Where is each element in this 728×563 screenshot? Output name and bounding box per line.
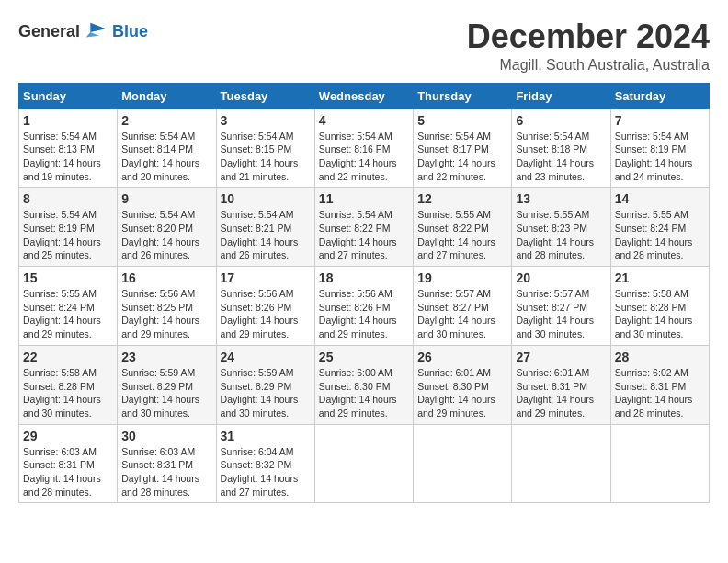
svg-marker-1 bbox=[86, 32, 99, 38]
calendar-cell: 19 Sunrise: 5:57 AMSunset: 8:27 PMDaylig… bbox=[414, 267, 512, 346]
day-number: 17 bbox=[221, 270, 311, 285]
day-detail: Sunrise: 5:59 AMSunset: 8:29 PMDaylight:… bbox=[221, 367, 299, 419]
calendar-cell: 23 Sunrise: 5:59 AMSunset: 8:29 PMDaylig… bbox=[118, 345, 216, 424]
day-number: 4 bbox=[319, 113, 409, 128]
calendar-subtitle: Magill, South Australia, Australia bbox=[467, 57, 710, 74]
day-detail: Sunrise: 5:59 AMSunset: 8:29 PMDaylight:… bbox=[121, 367, 199, 419]
calendar-cell: 24 Sunrise: 5:59 AMSunset: 8:29 PMDaylig… bbox=[216, 345, 314, 424]
day-detail: Sunrise: 5:55 AMSunset: 8:24 PMDaylight:… bbox=[23, 288, 101, 339]
day-detail: Sunrise: 5:54 AMSunset: 8:19 PMDaylight:… bbox=[615, 131, 693, 182]
calendar-cell: 14 Sunrise: 5:55 AMSunset: 8:24 PMDaylig… bbox=[610, 188, 709, 267]
day-number: 30 bbox=[121, 429, 211, 443]
day-number: 29 bbox=[23, 429, 113, 443]
day-detail: Sunrise: 5:56 AMSunset: 8:25 PMDaylight:… bbox=[121, 288, 199, 339]
calendar-cell: 21 Sunrise: 5:58 AMSunset: 8:28 PMDaylig… bbox=[610, 267, 709, 346]
day-number: 7 bbox=[615, 113, 705, 128]
day-detail: Sunrise: 5:54 AMSunset: 8:19 PMDaylight:… bbox=[23, 209, 101, 260]
calendar-cell: 29 Sunrise: 6:03 AMSunset: 8:31 PMDaylig… bbox=[19, 424, 118, 503]
day-number: 26 bbox=[417, 350, 507, 364]
calendar-cell bbox=[512, 424, 610, 503]
col-tuesday: Tuesday bbox=[216, 83, 314, 109]
page-header: General Blue December 2024 Magill, South… bbox=[18, 18, 710, 74]
day-detail: Sunrise: 6:03 AMSunset: 8:31 PMDaylight:… bbox=[121, 446, 199, 498]
calendar-table: Sunday Monday Tuesday Wednesday Thursday… bbox=[18, 83, 710, 504]
calendar-cell: 8 Sunrise: 5:54 AMSunset: 8:19 PMDayligh… bbox=[19, 188, 118, 267]
day-number: 22 bbox=[23, 350, 113, 364]
logo: General Blue bbox=[18, 18, 148, 44]
day-number: 18 bbox=[319, 270, 409, 285]
calendar-cell: 1 Sunrise: 5:54 AMSunset: 8:13 PMDayligh… bbox=[19, 109, 118, 188]
calendar-cell: 16 Sunrise: 5:56 AMSunset: 8:25 PMDaylig… bbox=[118, 267, 216, 346]
logo-bird-icon bbox=[82, 18, 108, 44]
logo-blue: Blue bbox=[108, 22, 148, 41]
day-number: 15 bbox=[23, 270, 113, 285]
day-number: 21 bbox=[615, 270, 705, 285]
calendar-cell: 3 Sunrise: 5:54 AMSunset: 8:15 PMDayligh… bbox=[216, 109, 314, 188]
day-number: 27 bbox=[516, 350, 606, 364]
day-detail: Sunrise: 5:54 AMSunset: 8:20 PMDaylight:… bbox=[121, 209, 199, 260]
calendar-cell: 10 Sunrise: 5:54 AMSunset: 8:21 PMDaylig… bbox=[216, 188, 314, 267]
day-number: 2 bbox=[121, 113, 211, 128]
day-number: 20 bbox=[516, 270, 606, 285]
calendar-cell: 9 Sunrise: 5:54 AMSunset: 8:20 PMDayligh… bbox=[118, 188, 216, 267]
col-friday: Friday bbox=[512, 83, 610, 109]
day-detail: Sunrise: 5:56 AMSunset: 8:26 PMDaylight:… bbox=[221, 288, 299, 339]
calendar-cell: 25 Sunrise: 6:00 AMSunset: 8:30 PMDaylig… bbox=[314, 345, 413, 424]
day-number: 12 bbox=[417, 191, 507, 206]
calendar-cell: 15 Sunrise: 5:55 AMSunset: 8:24 PMDaylig… bbox=[19, 267, 118, 346]
calendar-cell: 2 Sunrise: 5:54 AMSunset: 8:14 PMDayligh… bbox=[118, 109, 216, 188]
day-detail: Sunrise: 5:54 AMSunset: 8:13 PMDaylight:… bbox=[23, 131, 101, 182]
day-number: 1 bbox=[23, 113, 113, 128]
calendar-cell: 20 Sunrise: 5:57 AMSunset: 8:27 PMDaylig… bbox=[512, 267, 610, 346]
day-number: 14 bbox=[615, 191, 705, 206]
day-detail: Sunrise: 6:01 AMSunset: 8:31 PMDaylight:… bbox=[516, 367, 594, 419]
calendar-cell: 27 Sunrise: 6:01 AMSunset: 8:31 PMDaylig… bbox=[512, 345, 610, 424]
day-number: 13 bbox=[516, 191, 606, 206]
calendar-cell bbox=[414, 424, 512, 503]
day-detail: Sunrise: 5:54 AMSunset: 8:14 PMDaylight:… bbox=[121, 131, 199, 182]
calendar-cell: 11 Sunrise: 5:54 AMSunset: 8:22 PMDaylig… bbox=[314, 188, 413, 267]
day-number: 8 bbox=[23, 191, 113, 206]
col-monday: Monday bbox=[118, 83, 216, 109]
day-detail: Sunrise: 6:00 AMSunset: 8:30 PMDaylight:… bbox=[319, 367, 397, 419]
day-number: 6 bbox=[516, 113, 606, 128]
calendar-cell: 30 Sunrise: 6:03 AMSunset: 8:31 PMDaylig… bbox=[118, 424, 216, 503]
logo-general: General bbox=[18, 22, 80, 41]
calendar-cell: 4 Sunrise: 5:54 AMSunset: 8:16 PMDayligh… bbox=[314, 109, 413, 188]
day-detail: Sunrise: 5:55 AMSunset: 8:22 PMDaylight:… bbox=[417, 209, 495, 260]
calendar-cell: 17 Sunrise: 5:56 AMSunset: 8:26 PMDaylig… bbox=[216, 267, 314, 346]
day-number: 25 bbox=[319, 350, 409, 364]
day-detail: Sunrise: 5:54 AMSunset: 8:15 PMDaylight:… bbox=[221, 131, 299, 182]
calendar-cell: 26 Sunrise: 6:01 AMSunset: 8:30 PMDaylig… bbox=[414, 345, 512, 424]
day-detail: Sunrise: 5:54 AMSunset: 8:21 PMDaylight:… bbox=[221, 209, 299, 260]
day-number: 9 bbox=[121, 191, 211, 206]
day-detail: Sunrise: 6:04 AMSunset: 8:32 PMDaylight:… bbox=[221, 446, 299, 498]
day-number: 28 bbox=[615, 350, 705, 364]
calendar-cell: 18 Sunrise: 5:56 AMSunset: 8:26 PMDaylig… bbox=[314, 267, 413, 346]
calendar-cell bbox=[314, 424, 413, 503]
col-thursday: Thursday bbox=[414, 83, 512, 109]
col-sunday: Sunday bbox=[19, 83, 118, 109]
day-detail: Sunrise: 5:56 AMSunset: 8:26 PMDaylight:… bbox=[319, 288, 397, 339]
calendar-cell: 12 Sunrise: 5:55 AMSunset: 8:22 PMDaylig… bbox=[414, 188, 512, 267]
calendar-cell: 6 Sunrise: 5:54 AMSunset: 8:18 PMDayligh… bbox=[512, 109, 610, 188]
day-detail: Sunrise: 5:54 AMSunset: 8:22 PMDaylight:… bbox=[319, 209, 397, 260]
day-number: 31 bbox=[221, 429, 311, 443]
day-number: 19 bbox=[417, 270, 507, 285]
calendar-cell: 28 Sunrise: 6:02 AMSunset: 8:31 PMDaylig… bbox=[610, 345, 709, 424]
calendar-cell: 13 Sunrise: 5:55 AMSunset: 8:23 PMDaylig… bbox=[512, 188, 610, 267]
day-detail: Sunrise: 6:03 AMSunset: 8:31 PMDaylight:… bbox=[23, 446, 101, 498]
calendar-cell bbox=[610, 424, 709, 503]
calendar-cell: 5 Sunrise: 5:54 AMSunset: 8:17 PMDayligh… bbox=[414, 109, 512, 188]
day-detail: Sunrise: 6:01 AMSunset: 8:30 PMDaylight:… bbox=[417, 367, 495, 419]
day-detail: Sunrise: 5:54 AMSunset: 8:16 PMDaylight:… bbox=[319, 131, 397, 182]
day-detail: Sunrise: 5:58 AMSunset: 8:28 PMDaylight:… bbox=[23, 367, 101, 419]
day-number: 3 bbox=[221, 113, 311, 128]
day-number: 23 bbox=[121, 350, 211, 364]
day-number: 5 bbox=[417, 113, 507, 128]
day-detail: Sunrise: 5:57 AMSunset: 8:27 PMDaylight:… bbox=[516, 288, 594, 339]
day-detail: Sunrise: 5:55 AMSunset: 8:24 PMDaylight:… bbox=[615, 209, 693, 260]
svg-marker-0 bbox=[90, 23, 106, 32]
day-detail: Sunrise: 5:57 AMSunset: 8:27 PMDaylight:… bbox=[417, 288, 495, 339]
col-saturday: Saturday bbox=[610, 83, 709, 109]
